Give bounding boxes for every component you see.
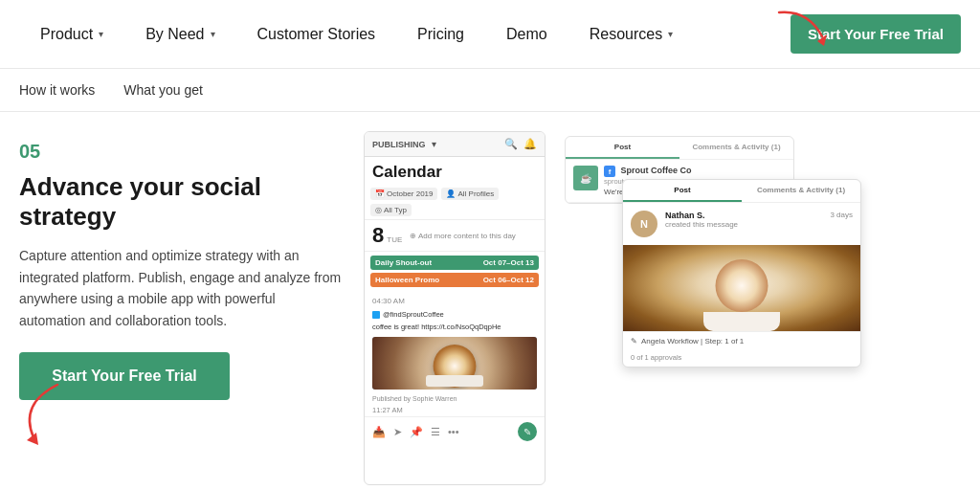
commenter-row: N Nathan S. created this message 3 days	[623, 203, 860, 245]
latte-image	[623, 245, 860, 331]
post-tab-back[interactable]: Post	[566, 137, 679, 159]
main-content: 05 Advance your social strategy Capture …	[0, 112, 980, 485]
post-caption: coffee is great! https://t.co/NsoQqDqpHe	[365, 321, 545, 333]
nav-item-demo[interactable]: Demo	[485, 0, 568, 69]
profiles-icon: 👤	[446, 189, 456, 198]
approvals-count: 0 of 1 approvals	[623, 350, 860, 367]
search-icon[interactable]: 🔍	[504, 138, 518, 150]
calendar-day: TUE	[387, 235, 402, 244]
comment-overlay-card: Post Comments & Activity (1) N Nathan S.…	[622, 179, 861, 368]
calendar-header: PUBLISHING ▾ 🔍 🔔	[365, 132, 545, 157]
calendar-date-row: 8 TUE ⊕ Add more content to this day	[365, 220, 545, 252]
pin-icon[interactable]: 📌	[410, 426, 423, 438]
secondary-nav-how-it-works[interactable]: How it works	[19, 82, 95, 98]
hero-description: Capture attention and optimize strategy …	[19, 245, 345, 331]
nav-item-product[interactable]: Product ▾	[19, 0, 124, 69]
nav-label-demo: Demo	[506, 26, 547, 43]
nav-label-product: Product	[40, 26, 93, 43]
list-icon[interactable]: ☰	[431, 426, 440, 438]
publishing-chevron: ▾	[432, 139, 436, 149]
social-post-row: @findSproutCoffee	[365, 308, 545, 321]
filter-month[interactable]: 📅 October 2019	[370, 188, 437, 200]
post-image	[372, 337, 537, 390]
nav-item-pricing[interactable]: Pricing	[396, 0, 485, 69]
filter-type[interactable]: ◎ All Typ	[370, 204, 412, 216]
calendar-events: Daily Shout-out Oct 07–Oct 13 Halloween …	[365, 252, 545, 294]
send-icon[interactable]: ➤	[393, 426, 402, 438]
add-content-label: ⊕ Add more content to this day	[410, 232, 516, 240]
brand-logo-icon: ☕	[580, 173, 591, 184]
pencil-icon: ✎	[631, 337, 637, 345]
navigation: Product ▾ By Need ▾ Customer Stories Pri…	[0, 0, 980, 69]
published-by: Published by Sophie Warren	[365, 393, 545, 404]
secondary-navigation: How it works What you get	[0, 69, 980, 112]
publishing-label: PUBLISHING	[372, 140, 426, 149]
publishing-label-group: PUBLISHING ▾	[372, 139, 436, 149]
nav-label-resources: Resources	[590, 26, 662, 43]
comment-tabs: Post Comments & Activity (1)	[623, 180, 860, 203]
nav-label-pricing: Pricing	[417, 26, 464, 43]
chevron-down-icon: ▾	[668, 29, 673, 39]
brand-avatar-back: ☕	[573, 166, 598, 190]
svg-marker-1	[27, 433, 38, 445]
nav-cta-button[interactable]: Start Your Free Trial	[791, 14, 961, 54]
calendar-icon: 📅	[375, 189, 385, 198]
calendar-action-icons: 🔍 🔔	[504, 138, 537, 150]
nav-item-resources[interactable]: Resources ▾	[568, 0, 694, 69]
nav-label-by-need: By Need	[145, 26, 204, 43]
event-daily-shoutout: Daily Shout-out Oct 07–Oct 13	[370, 256, 539, 270]
more-icon[interactable]: •••	[448, 426, 459, 437]
twitter-icon	[372, 311, 380, 319]
calendar-filters: 📅 October 2019 👤 All Profiles ◎ All Typ	[365, 185, 545, 220]
facebook-icon: f	[604, 166, 615, 177]
comment-content: Nathan S. created this message	[665, 211, 738, 229]
review-panel: Post Comments & Activity (1) ☕ f Sprout …	[565, 131, 961, 485]
brand-name: f Sprout Coffee Co	[604, 166, 692, 177]
post-tab-front[interactable]: Post	[623, 180, 742, 202]
event-halloween-promo: Halloween Promo Oct 06–Oct 12	[370, 273, 539, 287]
filter-icon: ◎	[375, 206, 382, 214]
latte-art	[716, 259, 768, 312]
calendar-title: Calendar	[365, 157, 545, 185]
secondary-nav-what-you-get[interactable]: What you get	[123, 82, 203, 98]
hero-cta-button[interactable]: Start Your Free Trial	[19, 352, 230, 400]
comments-tab-back[interactable]: Comments & Activity (1)	[679, 137, 793, 159]
comment-time: 3 days	[830, 211, 853, 219]
commenter-name: Nathan S.	[665, 211, 738, 220]
review-card-tabs-back: Post Comments & Activity (1)	[566, 137, 793, 160]
social-handle: @findSproutCoffee	[383, 310, 444, 319]
inbox-icon[interactable]: 📥	[372, 426, 386, 438]
workflow-status: ✎ Angela Workflow | Step: 1 of 1	[623, 331, 860, 350]
cup-base	[703, 312, 780, 331]
commenter-avatar: N	[631, 211, 657, 237]
nav-item-by-need[interactable]: By Need ▾	[124, 0, 235, 69]
post-time-1: 04:30 AM	[365, 294, 545, 308]
chevron-down-icon: ▾	[99, 29, 103, 39]
hero-panel: 05 Advance your social strategy Capture …	[19, 131, 345, 485]
calendar-date: 8	[372, 225, 384, 246]
calendar-bottom-toolbar: 📥 ➤ 📌 ☰ ••• ✎	[365, 416, 545, 446]
compose-button[interactable]: ✎	[518, 422, 537, 441]
nav-items: Product ▾ By Need ▾ Customer Stories Pri…	[19, 0, 791, 69]
step-number: 05	[19, 141, 345, 163]
comments-tab-front[interactable]: Comments & Activity (1)	[742, 180, 860, 202]
nav-item-customer-stories[interactable]: Customer Stories	[236, 0, 397, 69]
coffee-image	[372, 337, 537, 390]
post-time-2: 11:27 AM	[365, 404, 545, 416]
nav-label-customer-stories: Customer Stories	[257, 26, 376, 43]
bell-icon[interactable]: 🔔	[523, 138, 537, 150]
comment-action: created this message	[665, 220, 738, 229]
filter-profiles[interactable]: 👤 All Profiles	[441, 188, 499, 200]
hero-headline: Advance your social strategy	[19, 172, 345, 232]
chevron-down-icon: ▾	[211, 29, 215, 39]
coffee-cup-base	[426, 375, 483, 387]
calendar-panel: PUBLISHING ▾ 🔍 🔔 Calendar 📅 October 2019…	[364, 131, 546, 485]
